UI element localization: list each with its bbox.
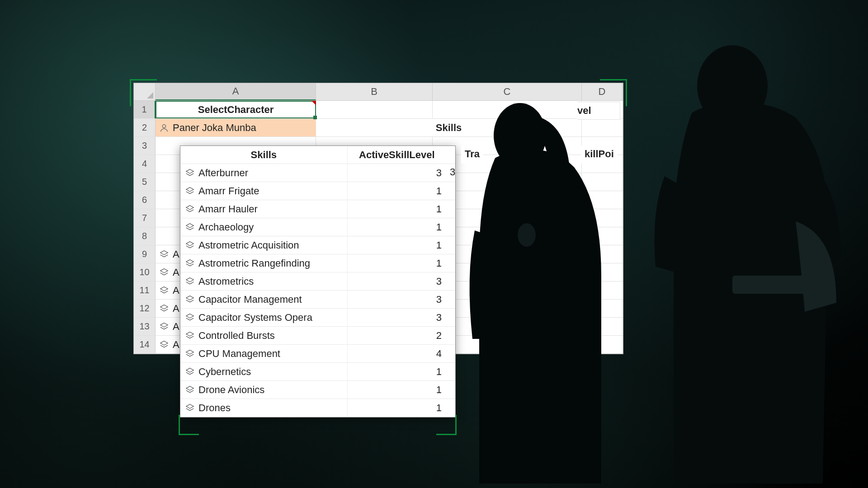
layers-icon — [185, 186, 195, 196]
cell-d6[interactable] — [582, 191, 623, 209]
overlay-first-trained-value: 3 — [446, 164, 459, 182]
overlay-col-skills[interactable]: Skills — [180, 146, 347, 164]
row-header-3[interactable]: 3 — [134, 137, 156, 155]
cell-d14[interactable] — [582, 336, 623, 353]
layers-icon — [185, 367, 195, 377]
cell-d10[interactable] — [582, 263, 623, 281]
cell-d8[interactable] — [582, 227, 623, 245]
layers-icon — [159, 249, 169, 259]
skill-row[interactable]: CPU Management 4 — [180, 345, 455, 363]
skill-row[interactable]: Amarr Hauler 1 — [180, 200, 455, 218]
grid-row-1: 1SelectCharacter — [134, 101, 623, 119]
peek-text: A — [173, 267, 179, 278]
skill-name-text: Archaeology — [198, 221, 254, 233]
skill-level-cell: 1 — [347, 399, 455, 417]
row-header-14[interactable]: 14 — [134, 336, 156, 353]
layers-icon — [159, 286, 169, 296]
row-header-9[interactable]: 9 — [134, 245, 156, 263]
skill-name-cell: Drones — [180, 399, 347, 417]
skill-row[interactable]: Capacitor Systems Opera 3 — [180, 309, 455, 327]
row-header-12[interactable]: 12 — [134, 300, 156, 317]
skill-name-cell: CPU Management — [180, 345, 347, 362]
skill-row[interactable]: Archaeology 1 — [180, 218, 455, 236]
svg-point-0 — [162, 124, 165, 127]
cell-d11[interactable] — [582, 282, 623, 299]
row-header-5[interactable]: 5 — [134, 173, 156, 191]
skill-row[interactable]: Astrometrics 3 — [180, 272, 455, 291]
row-header-2[interactable]: 2 — [134, 119, 156, 136]
row-header-4[interactable]: 4 — [134, 155, 156, 173]
skill-name-cell: Cybernetics — [180, 363, 347, 380]
layers-icon — [159, 267, 169, 277]
skill-name-text: Amarr Hauler — [198, 203, 258, 215]
skill-name-text: Drones — [198, 402, 231, 414]
skill-name-text: Cybernetics — [198, 366, 251, 378]
row-header-6[interactable]: 6 — [134, 191, 156, 209]
cell-d9[interactable] — [582, 245, 623, 263]
skill-row[interactable]: Drone Avionics 1 — [180, 381, 455, 399]
row-header-10[interactable]: 10 — [134, 263, 156, 281]
layers-icon — [185, 258, 195, 268]
skill-level-cell: 1 — [347, 363, 455, 380]
select-all-corner[interactable] — [134, 83, 156, 100]
skill-name-text: Amarr Frigate — [198, 185, 259, 197]
cell-d7[interactable] — [582, 209, 623, 227]
skill-name-cell: Astrometric Rangefinding — [180, 254, 347, 272]
skill-row[interactable]: Capacitor Management 3 — [180, 291, 455, 309]
cell-c1[interactable] — [433, 101, 582, 118]
cell-b1[interactable] — [316, 101, 433, 118]
skill-name-text: Capacitor Management — [198, 294, 302, 305]
layers-icon — [185, 222, 195, 232]
layers-icon — [185, 349, 195, 359]
skill-level-cell: 1 — [347, 200, 455, 218]
skill-level-cell: 1 — [347, 236, 455, 254]
skill-row[interactable]: Astrometric Rangefinding 1 — [180, 254, 455, 272]
cell-a1-select-character[interactable]: SelectCharacter — [156, 101, 316, 118]
skill-name-cell: Afterburner — [180, 164, 347, 182]
frame-corner-bl — [179, 415, 199, 435]
skill-name-cell: Archaeology — [180, 218, 347, 236]
cell-d12[interactable] — [582, 300, 623, 317]
skill-row[interactable]: Amarr Frigate 1 — [180, 182, 455, 200]
row-header-11[interactable]: 11 — [134, 282, 156, 299]
row-header-1[interactable]: 1 — [134, 101, 156, 118]
skill-row[interactable]: Controlled Bursts 2 — [180, 327, 455, 345]
col-header-D[interactable]: D — [582, 83, 623, 100]
skill-name-cell: Capacitor Systems Opera — [180, 309, 347, 326]
col-header-C[interactable]: C — [433, 83, 582, 100]
skill-row[interactable]: Afterburner 3 — [180, 164, 455, 182]
cell-d2[interactable] — [582, 119, 623, 136]
row-header-7[interactable]: 7 — [134, 209, 156, 227]
cell-b2-skills-label[interactable]: Skills — [316, 119, 582, 136]
skill-level-cell: 3 — [347, 291, 455, 308]
skills-overlay-card: Skills ActiveSkillLevel Afterburner 3 Am… — [180, 145, 456, 418]
layers-icon — [159, 340, 169, 350]
layers-icon — [185, 331, 195, 341]
skill-row[interactable]: Drones 1 — [180, 399, 455, 417]
row-header-13[interactable]: 13 — [134, 318, 156, 335]
skill-name-text: Capacitor Systems Opera — [198, 312, 312, 324]
skill-row[interactable]: Cybernetics 1 — [180, 363, 455, 381]
row-header-8[interactable]: 8 — [134, 227, 156, 245]
skill-level-cell: 1 — [347, 254, 455, 272]
header-d-partial: vel — [577, 102, 620, 120]
peek-text: A — [173, 339, 179, 351]
skill-row[interactable]: Astrometric Acquisition 1 — [180, 236, 455, 254]
col-header-A[interactable]: A — [156, 83, 316, 100]
skill-name-cell: Controlled Bursts — [180, 327, 347, 344]
skill-level-cell: 1 — [347, 381, 455, 399]
col-header-B[interactable]: B — [316, 83, 433, 100]
skill-name-text: CPU Management — [198, 348, 280, 360]
skill-name-cell: Astrometric Acquisition — [180, 236, 347, 254]
skill-name-text: Astrometric Acquisition — [198, 239, 299, 251]
cell-a2-character-name[interactable]: Paner Joka Munba — [156, 119, 316, 136]
cell-d5[interactable] — [582, 173, 623, 191]
svg-rect-2 — [732, 276, 814, 294]
cell-d13[interactable] — [582, 318, 623, 335]
skill-name-cell: Amarr Frigate — [180, 182, 347, 200]
overlay-header-row: Skills ActiveSkillLevel — [180, 146, 455, 164]
skill-level-cell: 1 — [347, 182, 455, 200]
skill-level-cell: 1 — [347, 218, 455, 236]
overlay-col-active[interactable]: ActiveSkillLevel — [347, 146, 455, 164]
skill-level-cell: 2 — [347, 327, 455, 344]
